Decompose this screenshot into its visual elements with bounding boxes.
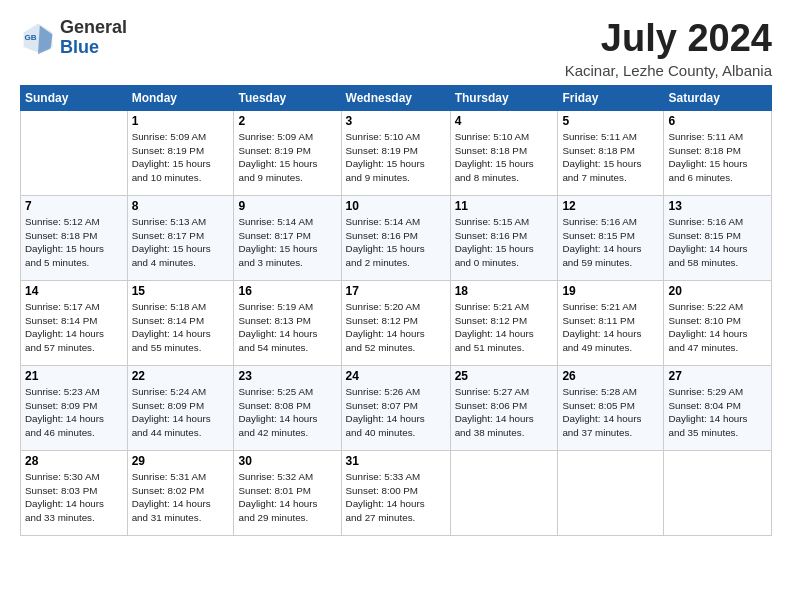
- calendar-week-row: 28Sunrise: 5:30 AMSunset: 8:03 PMDayligh…: [21, 450, 772, 535]
- day-info: Sunrise: 5:10 AMSunset: 8:19 PMDaylight:…: [346, 130, 446, 185]
- day-info: Sunrise: 5:16 AMSunset: 8:15 PMDaylight:…: [562, 215, 659, 270]
- month-title: July 2024: [565, 18, 772, 60]
- day-number: 19: [562, 284, 659, 298]
- logo: GB General Blue: [20, 18, 127, 58]
- calendar-week-row: 21Sunrise: 5:23 AMSunset: 8:09 PMDayligh…: [21, 365, 772, 450]
- day-info: Sunrise: 5:31 AMSunset: 8:02 PMDaylight:…: [132, 470, 230, 525]
- day-number: 13: [668, 199, 767, 213]
- calendar-cell: 22Sunrise: 5:24 AMSunset: 8:09 PMDayligh…: [127, 365, 234, 450]
- day-info: Sunrise: 5:12 AMSunset: 8:18 PMDaylight:…: [25, 215, 123, 270]
- day-number: 16: [238, 284, 336, 298]
- day-info: Sunrise: 5:10 AMSunset: 8:18 PMDaylight:…: [455, 130, 554, 185]
- day-number: 14: [25, 284, 123, 298]
- calendar-cell: 11Sunrise: 5:15 AMSunset: 8:16 PMDayligh…: [450, 195, 558, 280]
- calendar-cell: 8Sunrise: 5:13 AMSunset: 8:17 PMDaylight…: [127, 195, 234, 280]
- calendar-cell: 15Sunrise: 5:18 AMSunset: 8:14 PMDayligh…: [127, 280, 234, 365]
- day-info: Sunrise: 5:11 AMSunset: 8:18 PMDaylight:…: [562, 130, 659, 185]
- day-number: 18: [455, 284, 554, 298]
- day-info: Sunrise: 5:32 AMSunset: 8:01 PMDaylight:…: [238, 470, 336, 525]
- calendar-cell: 1Sunrise: 5:09 AMSunset: 8:19 PMDaylight…: [127, 110, 234, 195]
- calendar-cell: 5Sunrise: 5:11 AMSunset: 8:18 PMDaylight…: [558, 110, 664, 195]
- day-info: Sunrise: 5:33 AMSunset: 8:00 PMDaylight:…: [346, 470, 446, 525]
- day-number: 3: [346, 114, 446, 128]
- day-number: 17: [346, 284, 446, 298]
- day-info: Sunrise: 5:11 AMSunset: 8:18 PMDaylight:…: [668, 130, 767, 185]
- day-number: 9: [238, 199, 336, 213]
- calendar-cell: 26Sunrise: 5:28 AMSunset: 8:05 PMDayligh…: [558, 365, 664, 450]
- calendar-cell: 31Sunrise: 5:33 AMSunset: 8:00 PMDayligh…: [341, 450, 450, 535]
- day-number: 6: [668, 114, 767, 128]
- day-number: 29: [132, 454, 230, 468]
- calendar-cell: 12Sunrise: 5:16 AMSunset: 8:15 PMDayligh…: [558, 195, 664, 280]
- day-info: Sunrise: 5:20 AMSunset: 8:12 PMDaylight:…: [346, 300, 446, 355]
- calendar-table: Sunday Monday Tuesday Wednesday Thursday…: [20, 85, 772, 536]
- day-info: Sunrise: 5:17 AMSunset: 8:14 PMDaylight:…: [25, 300, 123, 355]
- svg-marker-1: [38, 25, 52, 54]
- calendar-cell: 23Sunrise: 5:25 AMSunset: 8:08 PMDayligh…: [234, 365, 341, 450]
- day-number: 4: [455, 114, 554, 128]
- day-number: 2: [238, 114, 336, 128]
- calendar-cell: 21Sunrise: 5:23 AMSunset: 8:09 PMDayligh…: [21, 365, 128, 450]
- day-info: Sunrise: 5:09 AMSunset: 8:19 PMDaylight:…: [238, 130, 336, 185]
- calendar-cell: [21, 110, 128, 195]
- col-friday: Friday: [558, 85, 664, 110]
- day-number: 10: [346, 199, 446, 213]
- calendar-cell: 3Sunrise: 5:10 AMSunset: 8:19 PMDaylight…: [341, 110, 450, 195]
- col-saturday: Saturday: [664, 85, 772, 110]
- calendar-cell: 25Sunrise: 5:27 AMSunset: 8:06 PMDayligh…: [450, 365, 558, 450]
- calendar-cell: 10Sunrise: 5:14 AMSunset: 8:16 PMDayligh…: [341, 195, 450, 280]
- calendar-cell: 27Sunrise: 5:29 AMSunset: 8:04 PMDayligh…: [664, 365, 772, 450]
- calendar-cell: 7Sunrise: 5:12 AMSunset: 8:18 PMDaylight…: [21, 195, 128, 280]
- calendar-cell: 4Sunrise: 5:10 AMSunset: 8:18 PMDaylight…: [450, 110, 558, 195]
- calendar-cell: [664, 450, 772, 535]
- col-wednesday: Wednesday: [341, 85, 450, 110]
- calendar-cell: 14Sunrise: 5:17 AMSunset: 8:14 PMDayligh…: [21, 280, 128, 365]
- day-info: Sunrise: 5:14 AMSunset: 8:17 PMDaylight:…: [238, 215, 336, 270]
- day-info: Sunrise: 5:25 AMSunset: 8:08 PMDaylight:…: [238, 385, 336, 440]
- calendar-week-row: 7Sunrise: 5:12 AMSunset: 8:18 PMDaylight…: [21, 195, 772, 280]
- calendar-cell: 29Sunrise: 5:31 AMSunset: 8:02 PMDayligh…: [127, 450, 234, 535]
- calendar-cell: 17Sunrise: 5:20 AMSunset: 8:12 PMDayligh…: [341, 280, 450, 365]
- day-number: 30: [238, 454, 336, 468]
- calendar-cell: 24Sunrise: 5:26 AMSunset: 8:07 PMDayligh…: [341, 365, 450, 450]
- calendar-cell: 28Sunrise: 5:30 AMSunset: 8:03 PMDayligh…: [21, 450, 128, 535]
- logo-blue-text: Blue: [60, 37, 99, 57]
- day-number: 5: [562, 114, 659, 128]
- col-sunday: Sunday: [21, 85, 128, 110]
- day-number: 7: [25, 199, 123, 213]
- col-tuesday: Tuesday: [234, 85, 341, 110]
- calendar-cell: 18Sunrise: 5:21 AMSunset: 8:12 PMDayligh…: [450, 280, 558, 365]
- day-info: Sunrise: 5:29 AMSunset: 8:04 PMDaylight:…: [668, 385, 767, 440]
- calendar-cell: 13Sunrise: 5:16 AMSunset: 8:15 PMDayligh…: [664, 195, 772, 280]
- col-thursday: Thursday: [450, 85, 558, 110]
- location: Kacinar, Lezhe County, Albania: [565, 62, 772, 79]
- day-number: 8: [132, 199, 230, 213]
- day-info: Sunrise: 5:28 AMSunset: 8:05 PMDaylight:…: [562, 385, 659, 440]
- day-info: Sunrise: 5:19 AMSunset: 8:13 PMDaylight:…: [238, 300, 336, 355]
- logo-icon: GB: [20, 20, 56, 56]
- day-number: 21: [25, 369, 123, 383]
- calendar-cell: [558, 450, 664, 535]
- day-number: 11: [455, 199, 554, 213]
- day-info: Sunrise: 5:16 AMSunset: 8:15 PMDaylight:…: [668, 215, 767, 270]
- day-info: Sunrise: 5:21 AMSunset: 8:12 PMDaylight:…: [455, 300, 554, 355]
- day-info: Sunrise: 5:23 AMSunset: 8:09 PMDaylight:…: [25, 385, 123, 440]
- day-info: Sunrise: 5:22 AMSunset: 8:10 PMDaylight:…: [668, 300, 767, 355]
- svg-text:GB: GB: [25, 33, 37, 42]
- title-block: July 2024 Kacinar, Lezhe County, Albania: [565, 18, 772, 79]
- col-monday: Monday: [127, 85, 234, 110]
- day-info: Sunrise: 5:26 AMSunset: 8:07 PMDaylight:…: [346, 385, 446, 440]
- logo-general-text: General: [60, 17, 127, 37]
- day-number: 15: [132, 284, 230, 298]
- day-number: 25: [455, 369, 554, 383]
- day-info: Sunrise: 5:13 AMSunset: 8:17 PMDaylight:…: [132, 215, 230, 270]
- day-number: 26: [562, 369, 659, 383]
- day-info: Sunrise: 5:27 AMSunset: 8:06 PMDaylight:…: [455, 385, 554, 440]
- day-info: Sunrise: 5:18 AMSunset: 8:14 PMDaylight:…: [132, 300, 230, 355]
- day-info: Sunrise: 5:09 AMSunset: 8:19 PMDaylight:…: [132, 130, 230, 185]
- day-number: 23: [238, 369, 336, 383]
- day-number: 22: [132, 369, 230, 383]
- calendar-week-row: 14Sunrise: 5:17 AMSunset: 8:14 PMDayligh…: [21, 280, 772, 365]
- day-number: 28: [25, 454, 123, 468]
- calendar-cell: 30Sunrise: 5:32 AMSunset: 8:01 PMDayligh…: [234, 450, 341, 535]
